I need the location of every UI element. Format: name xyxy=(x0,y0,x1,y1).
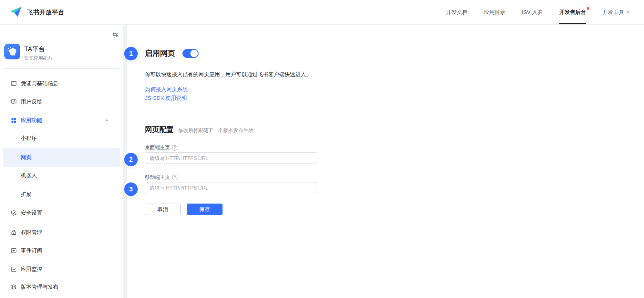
sidebar-item-security-settings[interactable]: 安全设置 xyxy=(3,206,120,220)
app-name: TA平台 xyxy=(24,45,45,53)
feishu-logo-icon xyxy=(10,6,23,19)
collapse-arrow-icon xyxy=(105,119,108,121)
web-config-note: 修改后将跟随下一个版本发布生效 xyxy=(178,127,253,134)
sidebar-item-credentials[interactable]: 凭证与基础信息 xyxy=(3,77,120,90)
notification-dot xyxy=(587,7,589,10)
nav-developer-console[interactable]: 开发者后台 xyxy=(551,0,594,24)
main-content: 启用网页 你可以快速接入已有的网页应用，用户可以通过飞书客户端快速进入。 如何接… xyxy=(127,25,644,298)
toggle-knob xyxy=(190,50,198,57)
nav-app-directory[interactable]: 应用目录 xyxy=(476,0,514,24)
step-badge-3: 3 xyxy=(124,182,138,196)
lock-icon xyxy=(11,229,17,235)
link-how-to-integrate[interactable]: 如何接入网页系统 xyxy=(145,86,188,93)
desktop-home-input[interactable] xyxy=(145,152,317,163)
nav-dev-tools[interactable]: 开发工具 xyxy=(594,0,638,24)
help-icon[interactable]: ? xyxy=(172,175,177,180)
chevron-down-icon xyxy=(626,11,629,13)
mobile-home-input[interactable] xyxy=(145,182,317,193)
sidebar-item-bot[interactable]: 机器人 xyxy=(3,168,120,182)
enable-web-title: 启用网页 xyxy=(145,48,175,58)
plus-square-icon xyxy=(11,248,17,254)
page-body: ⇆ TA平台 暂无应用能力 凭证与基础信息 用户反馈 xyxy=(0,25,644,298)
top-header: 飞书开放平台 开发文档 应用目录 ISV 入驻 开发者后台 开发工具 xyxy=(0,0,644,25)
platform-title: 飞书开放平台 xyxy=(27,8,64,16)
sidebar-item-web-page[interactable]: 网页 xyxy=(3,148,120,167)
feedback-icon xyxy=(11,99,17,105)
step-badge-1: 1 xyxy=(124,47,138,60)
app-capability-status: 暂无应用能力 xyxy=(24,55,52,62)
sidebar-item-mini-program[interactable]: 小程序 xyxy=(3,131,120,145)
top-nav: 开发文档 应用目录 ISV 入驻 开发者后台 开发工具 xyxy=(438,0,644,24)
mobile-home-label: 移动端主页 xyxy=(145,174,170,181)
desktop-home-label: 桌面端主页 xyxy=(145,145,170,151)
web-config-title: 网页配置 xyxy=(145,125,174,135)
sidebar-item-app-features[interactable]: 应用功能 xyxy=(3,113,120,127)
sidebar-item-extension[interactable]: 扩展 xyxy=(3,187,120,201)
cancel-button[interactable]: 取消 xyxy=(145,204,181,215)
sidebar-item-app-monitoring[interactable]: 应用监控 xyxy=(3,262,120,276)
step-badge-2: 2 xyxy=(124,153,138,166)
sidebar-item-user-feedback[interactable]: 用户反馈 xyxy=(3,95,120,108)
nav-isv[interactable]: ISV 入驻 xyxy=(514,0,551,24)
platform-logo[interactable]: 飞书开放平台 xyxy=(0,6,64,19)
nav-dev-docs[interactable]: 开发文档 xyxy=(438,0,476,24)
sidebar-item-permissions[interactable]: 权限管理 xyxy=(3,225,120,239)
layers-icon xyxy=(11,284,17,290)
enable-web-description: 你可以快速接入已有的网页应用，用户可以通过飞书客户端快速进入。 xyxy=(145,71,311,78)
shield-check-icon xyxy=(11,210,17,216)
chart-line-icon xyxy=(11,266,17,272)
save-button[interactable]: 保存 xyxy=(187,204,223,215)
sidebar-item-event-subscription[interactable]: 事件订阅 xyxy=(3,244,120,257)
app-avatar-glyph-icon xyxy=(7,46,18,57)
link-jssdk-guide[interactable]: JS-SDK 使用说明 xyxy=(145,95,187,102)
switch-app-icon[interactable]: ⇆ xyxy=(112,31,118,38)
app-avatar xyxy=(4,44,20,59)
id-card-icon xyxy=(11,80,17,87)
active-nav-underline xyxy=(559,23,586,24)
sidebar-item-version-management[interactable]: 版本管理与发布 xyxy=(3,280,120,294)
help-icon[interactable]: ? xyxy=(172,145,177,151)
grid-icon xyxy=(11,117,17,123)
sidebar: ⇆ TA平台 暂无应用能力 凭证与基础信息 用户反馈 xyxy=(0,25,123,298)
enable-web-toggle[interactable] xyxy=(182,49,199,58)
sidebar-divider xyxy=(4,68,119,69)
